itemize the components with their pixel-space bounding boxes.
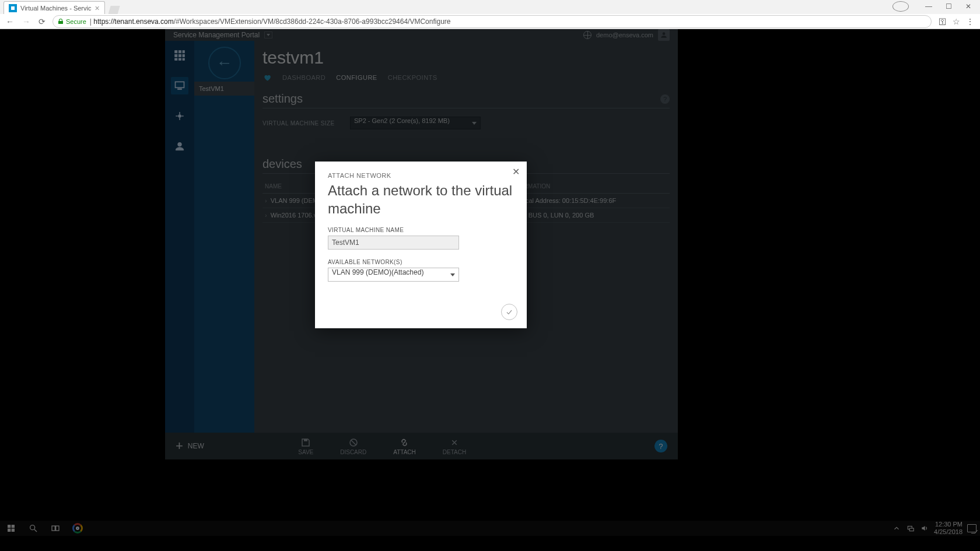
tab-title: Virtual Machines - Servic	[20, 5, 91, 12]
modal-title: Attach a network to the virtual machine	[328, 181, 514, 217]
secure-indicator: Secure	[58, 18, 86, 25]
forward-button[interactable]: →	[22, 17, 30, 26]
menu-icon[interactable]: ⋮	[966, 17, 974, 26]
maximize-button[interactable]: ☐	[940, 2, 957, 10]
modal-eyebrow: ATTACH NETWORK	[328, 172, 514, 179]
tab-favicon-icon	[9, 4, 17, 12]
url-host: https://tenant.enseva.com	[93, 17, 173, 26]
tab-strip: Virtual Machines - Servic × — ☐ ✕	[0, 0, 980, 14]
page-viewport: Service Management Portal demo@enseva.co…	[0, 29, 980, 536]
url-path: /#Workspaces/VMExtension/VM/8cd386dd-224…	[174, 17, 451, 26]
reload-button[interactable]: ⟳	[38, 17, 46, 26]
modal-close-icon[interactable]: ✕	[512, 166, 520, 177]
back-button[interactable]: ←	[6, 17, 14, 26]
tab-close-icon[interactable]: ×	[94, 4, 99, 12]
browser-tab[interactable]: Virtual Machines - Servic ×	[4, 1, 105, 14]
new-tab-button[interactable]	[108, 6, 120, 14]
attach-network-modal: ✕ ATTACH NETWORK Attach a network to the…	[315, 162, 527, 328]
url-field[interactable]: Secure | https://tenant.enseva.com /#Wor…	[52, 15, 932, 28]
available-networks-label: AVAILABLE NETWORK(S)	[328, 259, 514, 265]
vm-name-label: VIRTUAL MACHINE NAME	[328, 227, 514, 233]
vm-name-input[interactable]	[328, 236, 459, 250]
lock-icon	[58, 19, 64, 24]
browser-chrome: Virtual Machines - Servic × — ☐ ✕ ← → ⟳ …	[0, 0, 980, 29]
address-bar: ← → ⟳ Secure | https://tenant.enseva.com…	[0, 14, 980, 29]
window-controls: — ☐ ✕	[892, 1, 977, 12]
nav-buttons: ← → ⟳	[6, 17, 46, 26]
available-networks-select[interactable]: VLAN 999 (DEMO)(Attached)	[328, 268, 459, 282]
star-icon[interactable]: ☆	[953, 17, 960, 26]
check-icon	[505, 308, 513, 316]
key-icon[interactable]: ⚿	[939, 17, 947, 26]
profile-icon[interactable]	[892, 1, 909, 12]
close-window-button[interactable]: ✕	[960, 2, 977, 10]
minimize-button[interactable]: —	[921, 2, 937, 10]
confirm-button[interactable]	[501, 304, 517, 320]
